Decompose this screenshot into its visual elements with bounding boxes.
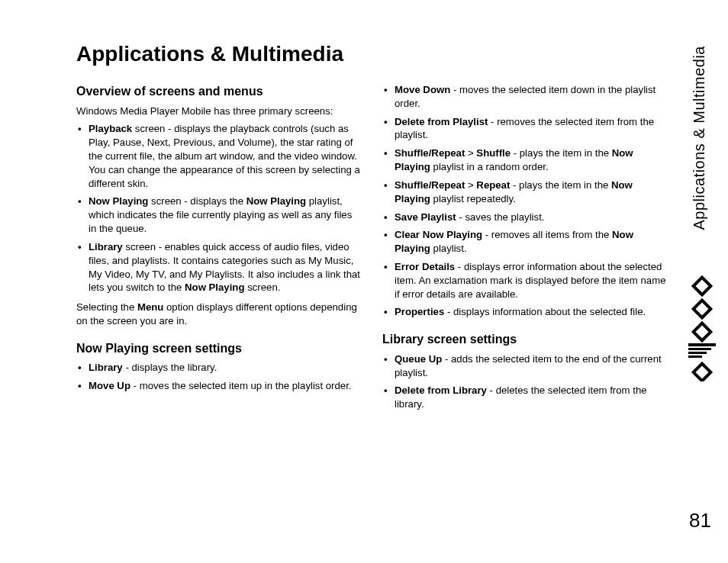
text: - saves the playlist.: [456, 211, 545, 223]
inline-bold: Now Playing: [246, 195, 306, 207]
text: - displays information about the selecte…: [444, 306, 646, 317]
text: - plays the item in the: [510, 179, 611, 191]
list-item: Move Down - moves the selected item down…: [382, 83, 667, 111]
list-item: Shuffle/Repeat > Shuffle - plays the ite…: [382, 146, 667, 174]
label: Clear Now Playing: [395, 229, 482, 240]
text: - displays the library.: [123, 362, 217, 373]
side-section-label: Applications & Multimedia: [691, 46, 708, 230]
label: Repeat: [476, 179, 510, 191]
list-item: Library - displays the library.: [76, 361, 361, 375]
library-list: Queue Up - adds the selected item to the…: [382, 352, 667, 411]
text: playlist repeatedly.: [430, 193, 516, 204]
label: Delete from Library: [395, 384, 487, 396]
screens-list: Playback screen - displays the playback …: [76, 122, 361, 294]
list-item: Save Playlist - saves the playlist.: [382, 211, 667, 224]
inline-bold: Now Playing: [185, 282, 244, 293]
heading-now-playing: Now Playing screen settings: [76, 340, 361, 357]
text: - removes all items from the: [482, 229, 612, 240]
label: Shuffle: [476, 147, 511, 159]
svg-rect-9: [688, 355, 702, 358]
svg-rect-7: [688, 348, 711, 350]
label: Move Up: [89, 380, 130, 391]
text: >: [465, 147, 476, 159]
text: - moves the selected item up in the play…: [130, 380, 352, 391]
list-item: Delete from Library - deletes the select…: [382, 384, 667, 411]
list-item: Move Up - moves the selected item up in …: [76, 379, 361, 393]
document-page: Applications & Multimedia Overview of sc…: [0, 0, 728, 563]
heading-library: Library screen settings: [382, 331, 667, 348]
page-number: 81: [689, 509, 711, 532]
right-column: Move Down - moves the selected item down…: [382, 83, 667, 417]
label: Shuffle/Repeat: [395, 147, 465, 159]
text: playlist in a random order.: [430, 161, 549, 172]
decorative-ornament-icon: [684, 275, 720, 381]
list-item: Playback screen - displays the playback …: [76, 122, 361, 190]
heading-overview: Overview of screens and menus: [76, 83, 361, 100]
label: Queue Up: [395, 353, 442, 365]
intro-text: Windows Media Player Mobile has three pr…: [76, 105, 361, 118]
content-columns: Overview of screens and menus Windows Me…: [76, 83, 667, 417]
list-item: Delete from Playlist - removes the selec…: [382, 115, 667, 143]
label: Save Playlist: [395, 211, 456, 223]
label: Error Details: [395, 261, 455, 272]
label: Playback: [89, 123, 132, 134]
text: >: [465, 179, 476, 191]
left-column: Overview of screens and menus Windows Me…: [76, 83, 361, 417]
label: Library: [89, 241, 123, 253]
inline-bold: Menu: [137, 301, 163, 313]
text: playlist.: [430, 243, 467, 254]
text: screen - displays the: [148, 195, 246, 207]
now-playing-list-part1: Library - displays the library. Move Up …: [76, 361, 361, 393]
list-item: Library screen - enables quick access of…: [76, 240, 361, 294]
now-playing-list-part2: Move Down - moves the selected item down…: [382, 83, 667, 319]
label: Delete from Playlist: [395, 116, 488, 127]
label: Shuffle/Repeat: [395, 179, 465, 191]
label: Properties: [395, 306, 444, 317]
list-item: Now Playing screen - displays the Now Pl…: [76, 195, 361, 235]
svg-rect-6: [688, 343, 716, 346]
text: Selecting the: [76, 301, 137, 313]
text: screen.: [244, 282, 280, 293]
list-item: Queue Up - adds the selected item to the…: [382, 352, 667, 380]
page-title: Applications & Multimedia: [76, 42, 667, 66]
list-item: Error Details - displays error informati…: [382, 260, 667, 301]
label: Now Playing: [89, 195, 148, 207]
label: Library: [89, 362, 123, 373]
label: Move Down: [395, 84, 450, 95]
list-item: Clear Now Playing - removes all items fr…: [382, 228, 667, 256]
text: - plays the item in the: [511, 147, 612, 159]
svg-rect-8: [688, 352, 707, 354]
list-item: Shuffle/Repeat > Repeat - plays the item…: [382, 179, 667, 206]
menu-text: Selecting the Menu option displays diffe…: [76, 301, 361, 328]
list-item: Properties - displays information about …: [382, 305, 667, 319]
